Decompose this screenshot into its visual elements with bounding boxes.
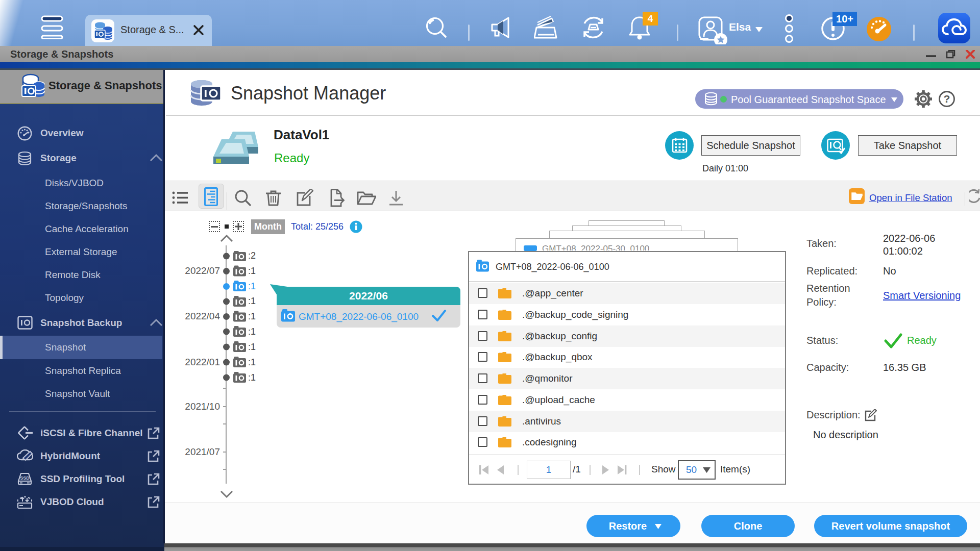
svg-text:SSD: SSD <box>20 475 30 481</box>
svg-text:?: ? <box>944 93 950 105</box>
